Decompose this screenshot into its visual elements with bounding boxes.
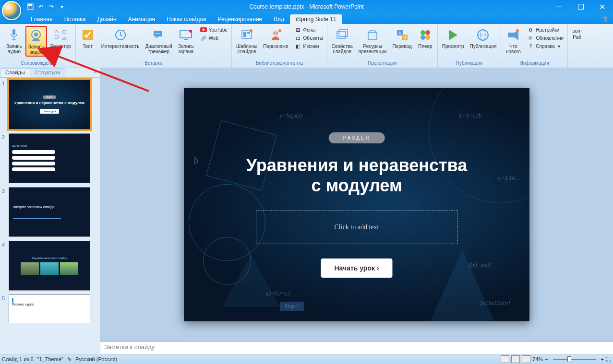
undo-icon[interactable]: ↶ — [36, 2, 45, 11]
tab-design[interactable]: Дизайн — [91, 14, 122, 24]
objects-button[interactable]: 🗂Объекты — [293, 34, 325, 42]
resources-button[interactable]: Ресурсы презентации — [356, 26, 389, 56]
tab-slideshow[interactable]: Показ слайдов — [161, 14, 212, 24]
notes-pane[interactable]: Заметки к слайду — [100, 341, 613, 354]
svg-point-5 — [55, 35, 59, 39]
slide-thumbnail[interactable]: Введите заголовок слайда — [9, 241, 90, 291]
player-button[interactable]: Плеер — [415, 26, 435, 50]
svg-point-22 — [274, 33, 275, 34]
thumbs-list[interactable]: 1 РАЗДЕЛУравнения и неравенства с модуле… — [0, 78, 100, 354]
slide-thumbnail[interactable]: Резюме курса — [9, 294, 90, 323]
screen-icon — [178, 27, 193, 43]
updates-button[interactable]: ⟳Обновления — [525, 34, 565, 42]
slide-text-placeholder[interactable]: Click to add text — [256, 211, 457, 244]
youtube-button[interactable]: YouTube — [198, 26, 229, 34]
help-icon[interactable]: ? — [601, 15, 609, 23]
record-audio-button[interactable]: Запись аудио — [4, 26, 24, 56]
youtube-icon — [200, 26, 207, 33]
slide-thumbnail[interactable]: Введите заголовок слайда — [9, 187, 90, 237]
slide-start-button[interactable]: Начать урок › — [321, 258, 392, 278]
save-icon[interactable] — [26, 2, 35, 11]
slide-decor-text: X+Y=a2b — [458, 112, 481, 119]
whatsnew-button[interactable]: Что нового — [503, 26, 523, 56]
status-slide-number: Слайд 1 из 6 — [2, 356, 34, 362]
editor-button[interactable]: Редактор — [48, 26, 73, 50]
slide-badge: РАЗДЕЛ — [329, 132, 385, 143]
settings-button[interactable]: ⚙Настройки — [525, 26, 565, 34]
dialog-button[interactable]: Диалоговый тренажер — [143, 26, 175, 56]
web-button[interactable]: 🔗Web — [198, 34, 229, 42]
templates-button[interactable]: Шаблоны слайдов — [234, 26, 260, 56]
quick-access-toolbar: ↶ ↷ ▾ — [26, 2, 66, 11]
thumb-number: 3 — [2, 187, 9, 237]
thumbs-tab-slides[interactable]: Слайды — [0, 68, 30, 77]
spellcheck-icon[interactable]: ✎ — [67, 356, 72, 363]
dialog-icon — [151, 27, 167, 43]
tab-view[interactable]: Вид — [268, 14, 290, 24]
svg-point-20 — [250, 29, 252, 32]
tab-animations[interactable]: Анимация — [122, 14, 161, 24]
slide-thumbnail[interactable]: Цели курса — [9, 133, 90, 183]
minimize-button[interactable]: ─ — [548, 0, 570, 13]
qat-dropdown-icon[interactable]: ▾ — [58, 2, 66, 11]
thumbs-tab-outline[interactable]: Структура — [30, 68, 65, 77]
close-button[interactable]: ✕ — [591, 0, 613, 13]
slide-title[interactable]: Уравнения и неравенствас модулем — [184, 155, 529, 196]
tab-ispring[interactable]: iSpring Suite 11 — [290, 14, 342, 24]
tab-review[interactable]: Рецензирование — [212, 14, 268, 24]
slideprops-icon — [335, 27, 350, 43]
svg-point-33 — [425, 30, 430, 35]
thumb-number: 4 — [2, 241, 9, 291]
ribbon-tabs: Главная Вставка Дизайн Анимация Показ сл… — [0, 13, 613, 24]
slideshow-view-button[interactable] — [522, 355, 530, 363]
publish-button[interactable]: Публикация — [467, 26, 499, 50]
maximize-button[interactable]: ☐ — [570, 0, 591, 13]
record-video-button[interactable]: Запись видео — [25, 26, 47, 57]
close-panel-icon[interactable]: × — [91, 68, 100, 77]
icons-button[interactable]: ◧Иконки — [293, 42, 325, 50]
translate-icon: A文 — [395, 27, 410, 43]
editor-icon — [53, 27, 68, 43]
screen-record-button[interactable]: Запись экрана — [176, 26, 196, 56]
zoom-level[interactable]: 74% — [532, 356, 543, 362]
quiz-button[interactable]: Тест — [78, 26, 98, 50]
group-info-label: Информация — [503, 59, 565, 67]
svg-point-10 — [156, 33, 156, 34]
tab-insert[interactable]: Вставка — [59, 14, 92, 24]
group-library-label: Библиотека контента — [234, 59, 325, 67]
tab-home[interactable]: Главная — [25, 14, 59, 24]
help-button[interactable]: ?Справка▾ — [525, 42, 565, 50]
sorter-view-button[interactable] — [511, 355, 520, 363]
normal-view-button[interactable] — [501, 355, 509, 363]
status-theme: "1_Theme" — [37, 356, 63, 362]
zoom-slider[interactable] — [553, 359, 596, 360]
svg-point-12 — [159, 33, 160, 34]
svg-point-11 — [157, 33, 158, 34]
zoom-in-button[interactable]: + — [601, 356, 604, 362]
pum-button[interactable]: pum Раб — [570, 26, 584, 41]
office-button[interactable] — [2, 1, 21, 20]
whatsnew-icon — [505, 27, 521, 43]
characters-button[interactable]: Персонажи — [261, 26, 290, 50]
svg-point-34 — [421, 35, 425, 40]
svg-point-14 — [189, 30, 192, 33]
slide-decor-text: y=log₂(x) — [280, 112, 302, 119]
objects-icon: 🗂 — [295, 35, 301, 41]
play-icon — [445, 27, 461, 43]
preview-button[interactable]: Просмотр — [440, 26, 467, 50]
slide-props-button[interactable]: Свойства слайдов — [329, 26, 355, 56]
svg-point-24 — [278, 29, 281, 32]
translate-button[interactable]: A文 Перевод — [390, 26, 414, 50]
slide-canvas[interactable]: y=log₂(x) X+Y=a2b b π=3.14… a2+b2=c2 Ste… — [184, 88, 529, 321]
slide-thumbnail[interactable]: РАЗДЕЛУравнения и неравенства с модулемН… — [9, 80, 90, 129]
backgrounds-button[interactable]: 🖼Фоны — [293, 26, 325, 34]
svg-text:文: 文 — [403, 35, 407, 40]
svg-text:A: A — [398, 31, 401, 35]
redo-icon[interactable]: ↷ — [47, 2, 56, 11]
status-language[interactable]: Русский (Россия) — [75, 356, 117, 362]
interaction-button[interactable]: Интерактивность — [99, 26, 142, 50]
link-icon: 🔗 — [200, 35, 207, 41]
zoom-out-button[interactable]: − — [545, 356, 548, 362]
fit-window-button[interactable]: ⛶ — [606, 356, 611, 362]
character-icon — [268, 27, 283, 43]
